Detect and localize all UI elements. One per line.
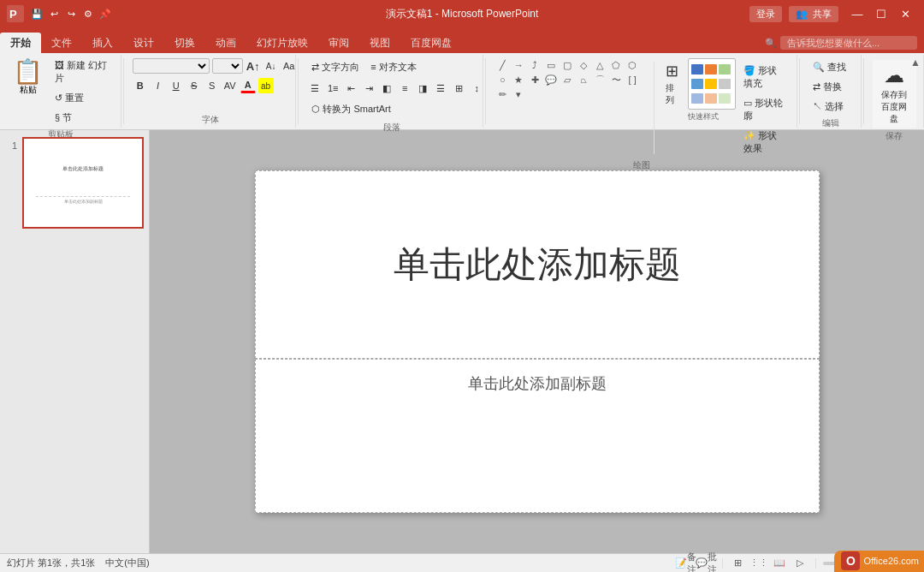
shape-wave[interactable]: 〜 [608,73,624,86]
slide-sorter-btn[interactable]: ⋮⋮ [750,557,767,570]
paste-label: 粘贴 [20,84,37,96]
justify-btn[interactable]: ☰ [433,80,448,96]
tab-home[interactable]: 开始 [0,33,41,53]
line-spacing-btn[interactable]: ↕ [469,80,484,96]
replace-btn[interactable]: ⇄ 替换 [808,78,850,96]
shape-rounded-rect[interactable]: ▢ [560,58,575,72]
tab-insert[interactable]: 插入 [82,33,123,53]
shape-diamond[interactable]: ◇ [576,58,591,72]
ribbon: 📋 粘贴 🖼 新建 幻灯片 ↺ 重置 § 节 [0,53,924,130]
arrange-btn[interactable]: ⊞ 排列 [660,58,684,110]
slide-thumb-image[interactable]: 单击此处添加标题 单击此处添加副标题 [22,137,144,229]
title-placeholder[interactable]: 单击此处添加标题 [255,170,820,359]
text-highlight-btn[interactable]: ab [258,78,274,93]
smartart-btn[interactable]: ⬡ 转换为 SmartArt [307,100,395,118]
shape-cross[interactable]: ✚ [527,73,542,86]
shape-pentagon[interactable]: ⬠ [608,58,624,72]
shape-star[interactable]: ★ [511,73,526,86]
font-size-select[interactable] [212,58,243,74]
font-color-btn[interactable]: A [240,78,256,93]
tab-view[interactable]: 视图 [359,33,400,53]
save-quick-btn[interactable]: 💾 [29,6,44,21]
underline-btn[interactable]: U [169,78,184,93]
italic-btn[interactable]: I [151,78,166,93]
customize-btn[interactable]: ⚙ [80,6,96,21]
shape-freeform[interactable]: ✏ [495,87,510,101]
tab-slideshow[interactable]: 幻灯片放映 [246,33,318,53]
undo-btn[interactable]: ↩ [46,6,62,21]
new-slide-icon: 🖼 [55,60,64,70]
shape-fill-btn[interactable]: 🪣 形状填充 [739,62,790,92]
title-bar-left: P 💾 ↩ ↪ ⚙ 📌 [7,5,113,22]
find-btn[interactable]: 🔍 查找 [808,58,850,76]
section-button[interactable]: § 节 [50,109,116,127]
char-spacing-btn[interactable]: AV [222,78,238,93]
pin-btn[interactable]: 📌 [98,6,113,21]
comments-btn[interactable]: 💬 批注 [698,557,715,570]
shape-ellipse[interactable]: ○ [495,73,510,86]
numbering-btn[interactable]: 1≡ [325,80,341,96]
maximize-btn[interactable]: ☐ [869,5,893,22]
collapse-ribbon-btn[interactable]: ▲ [910,57,921,69]
select-btn[interactable]: ↖ 选择 [808,98,850,116]
save-baidu-btn[interactable]: ☁ 保存到 百度网盘 [873,60,916,128]
shape-more[interactable]: ▾ [511,87,526,101]
font-family-select[interactable] [133,58,210,74]
reset-button[interactable]: ↺ 重置 [50,89,116,107]
shape-arrow[interactable]: → [511,58,526,72]
tab-review[interactable]: 审阅 [318,33,359,53]
shape-parallelogram[interactable]: ▱ [560,73,575,86]
quick-styles-box[interactable] [688,58,736,110]
tab-baidu[interactable]: 百度网盘 [400,33,462,53]
new-slide-button[interactable]: 🖼 新建 幻灯片 [50,57,116,87]
thumb-subtitle: 单击此处添加副标题 [36,196,130,204]
align-text-btn[interactable]: ≡ 对齐文本 [366,58,420,76]
command-search[interactable] [780,36,917,50]
reading-view-btn[interactable]: 📖 [771,557,788,570]
increase-font-btn[interactable]: A↑ [246,58,261,74]
shape-hexagon[interactable]: ⬡ [625,58,640,72]
paste-button[interactable]: 📋 粘贴 [7,57,49,127]
align-center-btn[interactable]: ≡ [397,80,412,96]
subtitle-placeholder[interactable]: 单击此处添加副标题 [255,359,820,513]
tab-file[interactable]: 文件 [41,33,82,53]
shape-trapezoid[interactable]: ⏢ [576,73,591,86]
shape-connector[interactable]: ⤴ [527,58,542,72]
shadow-btn[interactable]: S [204,78,220,93]
tab-design[interactable]: 设计 [123,33,164,53]
bold-btn[interactable]: B [133,78,148,93]
decrease-indent-btn[interactable]: ⇤ [343,80,358,96]
text-direction-btn[interactable]: ⇄ 文字方向 [307,58,364,76]
slide-thumbnail-1[interactable]: 1 单击此处添加标题 单击此处添加副标题 [5,137,144,229]
align-right-btn[interactable]: ◨ [415,80,430,96]
redo-btn[interactable]: ↪ [63,6,79,21]
shape-callout[interactable]: 💬 [543,73,559,86]
share-button[interactable]: 👥 共享 [789,6,838,22]
columns-btn[interactable]: ⊞ [451,80,466,96]
align-left-btn[interactable]: ◧ [379,80,394,96]
minimize-btn[interactable]: — [845,5,869,22]
shape-curve[interactable]: ⌒ [592,73,607,86]
shape-triangle[interactable]: △ [592,58,607,72]
tab-animations[interactable]: 动画 [205,33,246,53]
tab-transitions[interactable]: 切换 [164,33,205,53]
shape-rect[interactable]: ▭ [543,58,559,72]
normal-view-btn[interactable]: ⊞ [730,557,747,570]
language-indicator: 中文(中国) [105,557,149,569]
increase-indent-btn[interactable]: ⇥ [361,80,376,96]
clear-format-btn[interactable]: Aa [281,58,297,74]
slideshow-btn[interactable]: ▷ [791,557,808,570]
slide-canvas[interactable]: 单击此处添加标题 单击此处添加副标题 [255,170,820,513]
decrease-font-btn[interactable]: A↓ [264,58,279,74]
login-button[interactable]: 登录 [749,6,782,22]
reset-icon: ↺ [55,92,62,103]
strikethrough-btn[interactable]: S [187,78,202,93]
close-btn[interactable]: ✕ [893,5,917,22]
notes-btn[interactable]: 📝 备注 [678,557,695,570]
shape-outline-btn[interactable]: ▭ 形状轮廓 [739,94,790,125]
shape-effects-btn[interactable]: ✨ 形状效果 [739,127,790,158]
window-controls: — ☐ ✕ [845,5,917,22]
bullets-btn[interactable]: ☰ [307,80,323,96]
shape-line[interactable]: ╱ [495,58,510,72]
shape-bracket[interactable]: [ ] [625,73,640,86]
